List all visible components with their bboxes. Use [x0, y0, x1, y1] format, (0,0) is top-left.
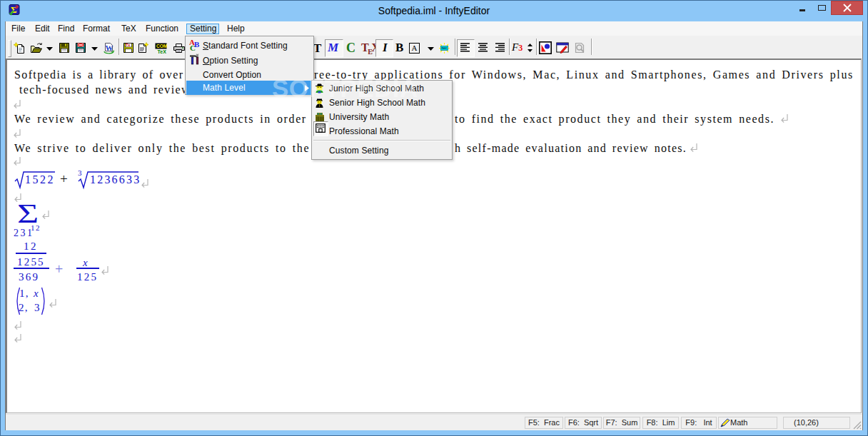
- svg-text:nec: nec: [442, 46, 448, 50]
- svg-text:C: C: [190, 44, 196, 51]
- svg-text:Tx: Tx: [126, 43, 131, 47]
- svg-text:TeX: TeX: [158, 49, 167, 54]
- svg-text:W: W: [105, 44, 113, 52]
- svg-text:COM: COM: [156, 44, 167, 49]
